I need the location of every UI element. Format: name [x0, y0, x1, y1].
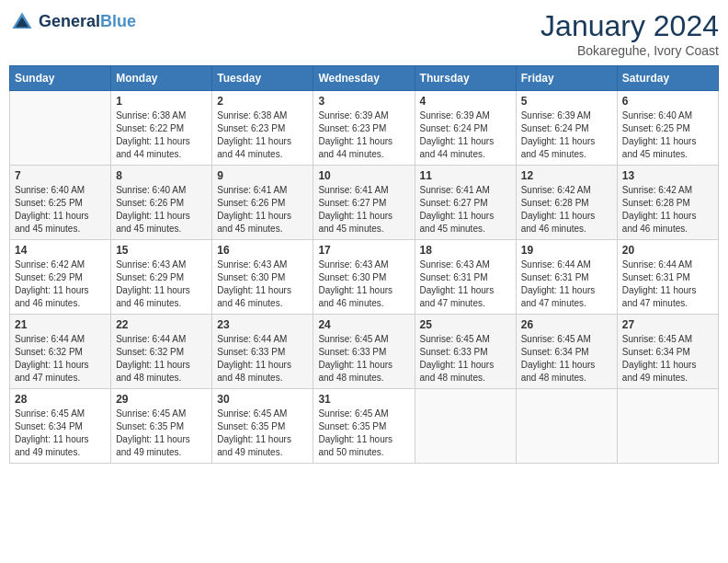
weekday-header: Friday: [516, 66, 617, 91]
day-info: Sunrise: 6:39 AMSunset: 6:24 PMDaylight:…: [420, 109, 511, 161]
day-number: 24: [318, 318, 409, 331]
day-info: Sunrise: 6:45 AMSunset: 6:34 PMDaylight:…: [521, 333, 612, 385]
day-number: 4: [420, 95, 511, 108]
day-info: Sunrise: 6:40 AMSunset: 6:25 PMDaylight:…: [622, 109, 713, 161]
day-number: 26: [521, 318, 612, 331]
calendar-cell: 19Sunrise: 6:44 AMSunset: 6:31 PMDayligh…: [516, 240, 617, 315]
calendar-cell: 11Sunrise: 6:41 AMSunset: 6:27 PMDayligh…: [415, 166, 516, 240]
day-info: Sunrise: 6:45 AMSunset: 6:35 PMDaylight:…: [217, 408, 308, 459]
calendar-cell: 30Sunrise: 6:45 AMSunset: 6:35 PMDayligh…: [212, 389, 313, 464]
day-number: 16: [217, 244, 308, 257]
day-info: Sunrise: 6:45 AMSunset: 6:35 PMDaylight:…: [116, 408, 207, 459]
day-info: Sunrise: 6:39 AMSunset: 6:24 PMDaylight:…: [521, 109, 612, 161]
day-info: Sunrise: 6:41 AMSunset: 6:26 PMDaylight:…: [217, 184, 308, 236]
calendar-week-row: 21Sunrise: 6:44 AMSunset: 6:32 PMDayligh…: [10, 315, 719, 389]
weekday-header: Thursday: [415, 66, 516, 91]
logo-icon: [9, 9, 35, 35]
day-number: 21: [15, 318, 106, 331]
page-header: GeneralBlue January 2024 Bokareguhe, Ivo…: [9, 9, 719, 58]
logo-text: GeneralBlue: [39, 13, 136, 31]
logo: GeneralBlue: [9, 9, 136, 35]
calendar-cell: 1Sunrise: 6:38 AMSunset: 6:22 PMDaylight…: [111, 91, 212, 166]
calendar-cell: 14Sunrise: 6:42 AMSunset: 6:29 PMDayligh…: [10, 240, 111, 315]
calendar-cell: 5Sunrise: 6:39 AMSunset: 6:24 PMDaylight…: [516, 91, 617, 166]
calendar-cell: 26Sunrise: 6:45 AMSunset: 6:34 PMDayligh…: [516, 315, 617, 389]
calendar-cell: 16Sunrise: 6:43 AMSunset: 6:30 PMDayligh…: [212, 240, 313, 315]
day-info: Sunrise: 6:44 AMSunset: 6:31 PMDaylight:…: [521, 259, 612, 310]
day-info: Sunrise: 6:43 AMSunset: 6:30 PMDaylight:…: [217, 259, 308, 310]
day-info: Sunrise: 6:38 AMSunset: 6:23 PMDaylight:…: [217, 109, 308, 161]
day-number: 13: [622, 169, 713, 182]
day-info: Sunrise: 6:45 AMSunset: 6:35 PMDaylight:…: [318, 408, 409, 459]
day-info: Sunrise: 6:42 AMSunset: 6:28 PMDaylight:…: [622, 184, 713, 236]
day-info: Sunrise: 6:45 AMSunset: 6:33 PMDaylight:…: [318, 333, 409, 385]
day-info: Sunrise: 6:43 AMSunset: 6:30 PMDaylight:…: [318, 259, 409, 310]
calendar-cell: 28Sunrise: 6:45 AMSunset: 6:34 PMDayligh…: [10, 389, 111, 464]
weekday-header: Wednesday: [313, 66, 415, 91]
calendar-cell: 2Sunrise: 6:38 AMSunset: 6:23 PMDaylight…: [212, 91, 313, 166]
calendar-cell: 22Sunrise: 6:44 AMSunset: 6:32 PMDayligh…: [111, 315, 212, 389]
day-info: Sunrise: 6:41 AMSunset: 6:27 PMDaylight:…: [318, 184, 409, 236]
day-number: 15: [116, 244, 207, 257]
day-info: Sunrise: 6:42 AMSunset: 6:29 PMDaylight:…: [15, 259, 106, 310]
calendar-week-row: 7Sunrise: 6:40 AMSunset: 6:25 PMDaylight…: [10, 166, 719, 240]
month-title: January 2024: [540, 9, 719, 43]
day-number: 9: [217, 169, 308, 182]
calendar-cell: 24Sunrise: 6:45 AMSunset: 6:33 PMDayligh…: [313, 315, 415, 389]
calendar-cell: 23Sunrise: 6:44 AMSunset: 6:33 PMDayligh…: [212, 315, 313, 389]
calendar-cell: 7Sunrise: 6:40 AMSunset: 6:25 PMDaylight…: [10, 166, 111, 240]
calendar-table: SundayMondayTuesdayWednesdayThursdayFrid…: [9, 65, 719, 464]
calendar-cell: [516, 389, 617, 464]
calendar-cell: 27Sunrise: 6:45 AMSunset: 6:34 PMDayligh…: [617, 315, 718, 389]
day-number: 30: [217, 393, 308, 406]
day-number: 11: [420, 169, 511, 182]
day-info: Sunrise: 6:38 AMSunset: 6:22 PMDaylight:…: [116, 109, 207, 161]
day-number: 27: [622, 318, 713, 331]
calendar-cell: 18Sunrise: 6:43 AMSunset: 6:31 PMDayligh…: [415, 240, 516, 315]
calendar-cell: 9Sunrise: 6:41 AMSunset: 6:26 PMDaylight…: [212, 166, 313, 240]
weekday-header: Saturday: [617, 66, 718, 91]
day-number: 7: [15, 169, 106, 182]
day-info: Sunrise: 6:45 AMSunset: 6:34 PMDaylight:…: [622, 333, 713, 385]
calendar-cell: [617, 389, 718, 464]
calendar-cell: 13Sunrise: 6:42 AMSunset: 6:28 PMDayligh…: [617, 166, 718, 240]
calendar-cell: 6Sunrise: 6:40 AMSunset: 6:25 PMDaylight…: [617, 91, 718, 166]
day-number: 19: [521, 244, 612, 257]
calendar-week-row: 14Sunrise: 6:42 AMSunset: 6:29 PMDayligh…: [10, 240, 719, 315]
day-info: Sunrise: 6:39 AMSunset: 6:23 PMDaylight:…: [318, 109, 409, 161]
day-info: Sunrise: 6:44 AMSunset: 6:32 PMDaylight:…: [15, 333, 106, 385]
day-info: Sunrise: 6:43 AMSunset: 6:29 PMDaylight:…: [116, 259, 207, 310]
day-number: 1: [116, 95, 207, 108]
day-number: 28: [15, 393, 106, 406]
day-number: 6: [622, 95, 713, 108]
day-number: 20: [622, 244, 713, 257]
calendar-cell: 10Sunrise: 6:41 AMSunset: 6:27 PMDayligh…: [313, 166, 415, 240]
day-number: 23: [217, 318, 308, 331]
day-number: 25: [420, 318, 511, 331]
calendar-week-row: 28Sunrise: 6:45 AMSunset: 6:34 PMDayligh…: [10, 389, 719, 464]
location: Bokareguhe, Ivory Coast: [540, 43, 719, 58]
weekday-header: Tuesday: [212, 66, 313, 91]
calendar-cell: 31Sunrise: 6:45 AMSunset: 6:35 PMDayligh…: [313, 389, 415, 464]
day-number: 8: [116, 169, 207, 182]
day-number: 3: [318, 95, 409, 108]
calendar-cell: 29Sunrise: 6:45 AMSunset: 6:35 PMDayligh…: [111, 389, 212, 464]
calendar-cell: 4Sunrise: 6:39 AMSunset: 6:24 PMDaylight…: [415, 91, 516, 166]
calendar-cell: 15Sunrise: 6:43 AMSunset: 6:29 PMDayligh…: [111, 240, 212, 315]
day-info: Sunrise: 6:45 AMSunset: 6:34 PMDaylight:…: [15, 408, 106, 459]
calendar-cell: 3Sunrise: 6:39 AMSunset: 6:23 PMDaylight…: [313, 91, 415, 166]
day-info: Sunrise: 6:44 AMSunset: 6:33 PMDaylight:…: [217, 333, 308, 385]
calendar-cell: [10, 91, 111, 166]
calendar-cell: 12Sunrise: 6:42 AMSunset: 6:28 PMDayligh…: [516, 166, 617, 240]
weekday-header: Sunday: [10, 66, 111, 91]
day-number: 18: [420, 244, 511, 257]
day-info: Sunrise: 6:41 AMSunset: 6:27 PMDaylight:…: [420, 184, 511, 236]
calendar-week-row: 1Sunrise: 6:38 AMSunset: 6:22 PMDaylight…: [10, 91, 719, 166]
day-info: Sunrise: 6:40 AMSunset: 6:25 PMDaylight:…: [15, 184, 106, 236]
day-number: 31: [318, 393, 409, 406]
day-number: 22: [116, 318, 207, 331]
calendar-cell: 17Sunrise: 6:43 AMSunset: 6:30 PMDayligh…: [313, 240, 415, 315]
calendar-cell: 25Sunrise: 6:45 AMSunset: 6:33 PMDayligh…: [415, 315, 516, 389]
title-area: January 2024 Bokareguhe, Ivory Coast: [540, 9, 719, 58]
day-number: 5: [521, 95, 612, 108]
